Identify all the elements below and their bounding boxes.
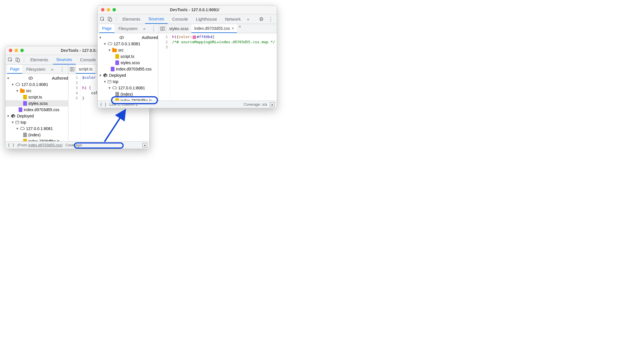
minimize-button[interactable] (107, 8, 110, 11)
line-numbers: 12345 (68, 74, 80, 141)
close-button[interactable] (9, 49, 12, 52)
tree-src-folder[interactable]: ▼src (98, 47, 158, 53)
divider (24, 57, 24, 63)
sub-toolbar: Page Filesystem » ⋮ styles.scss index.d9… (98, 24, 277, 33)
window-title: DevTools - 127.0.0.1:8081/ (116, 7, 273, 12)
tree-file-styles[interactable]: styles.scss (98, 60, 158, 66)
tree-file-script[interactable]: script.ts (5, 94, 68, 100)
tree-top[interactable]: ▼top (5, 119, 68, 125)
main-toolbar: Elements Sources Console Lighthouse Netw… (98, 14, 277, 24)
svg-rect-2 (17, 59, 19, 62)
file-tree: ▼Authored ▼127.0.0.1:8081 ▼src script.ts… (5, 74, 68, 141)
maximize-button[interactable] (112, 8, 116, 11)
subtab-page[interactable]: Page (99, 24, 114, 33)
toggle-navigator-icon[interactable] (68, 65, 76, 74)
titlebar[interactable]: DevTools - 127.0.0.1:8081/ (98, 5, 277, 14)
status-from: (From index.d9703d55.css) (17, 143, 62, 147)
tab-console[interactable]: Console (169, 14, 191, 24)
traffic-lights (101, 8, 116, 11)
source[interactable]: h1{color:#ff69b4} /*# sourceMappingURL=i… (170, 33, 277, 101)
subtab-filesystem[interactable]: Filesystem (116, 24, 141, 33)
file-tab-css[interactable]: index.d9703d55.css× (191, 24, 237, 33)
svg-rect-7 (110, 18, 112, 21)
tab-sources[interactable]: Sources (145, 14, 168, 24)
tree-compiled-js[interactable]: index.7808df6e.js (98, 97, 158, 101)
tree-file-styles[interactable]: styles.scss (5, 100, 68, 107)
devtools-window-2: DevTools - 127.0.0.1:8081/ Elements Sour… (97, 5, 277, 108)
close-tab-icon[interactable]: × (232, 26, 234, 31)
tree-host-deployed[interactable]: ▼127.0.0.1:8081 (98, 85, 158, 91)
status-coverage: Coverage: (66, 143, 83, 147)
file-tree: ▼Authored ▼127.0.0.1:8081 ▼src script.ts… (98, 33, 158, 101)
device-icon[interactable] (15, 57, 21, 63)
maximize-button[interactable] (20, 49, 24, 52)
content: ▼Authored ▼127.0.0.1:8081 ▼src script.ts… (98, 33, 277, 101)
settings-icon[interactable]: ⚙ (257, 16, 265, 22)
tree-file-script[interactable]: script.ts (98, 53, 158, 60)
tree-index[interactable]: (index) (5, 132, 68, 138)
tree-authored[interactable]: ▼Authored (5, 75, 68, 81)
subtab-filesystem[interactable]: Filesystem (23, 65, 48, 74)
tree-top[interactable]: ▼top (98, 78, 158, 85)
file-tab[interactable]: script.ts (76, 65, 95, 74)
minimize-button[interactable] (15, 49, 18, 52)
more-subtabs-icon[interactable]: » (50, 67, 55, 72)
tab-lighthouse[interactable]: Lighthouse (193, 14, 220, 24)
tab-console[interactable]: Console (77, 55, 99, 64)
line-numbers: 123 (158, 33, 170, 101)
inspect-icon[interactable] (99, 16, 106, 22)
tab-elements[interactable]: Elements (119, 14, 144, 24)
tab-sources[interactable]: Sources (53, 55, 76, 64)
source-map-link[interactable]: index.d9703d55.css (28, 143, 62, 147)
close-button[interactable] (101, 8, 104, 11)
eject-icon[interactable]: ▲ (143, 143, 147, 148)
tree-host[interactable]: ▼127.0.0.1:8081 (98, 41, 158, 47)
status-position: Line 1, Column 1 (109, 102, 137, 107)
toggle-navigator-icon[interactable] (159, 24, 166, 33)
code-editor[interactable]: 123 h1{color:#ff69b4} /*# sourceMappingU… (158, 33, 277, 101)
tab-network[interactable]: Network (222, 14, 244, 24)
brackets-icon[interactable]: { } (8, 143, 14, 147)
tree-file-css[interactable]: index.d9703d55.css (5, 107, 68, 113)
eject-icon[interactable]: ▲ (270, 102, 274, 107)
tree-host-deployed[interactable]: ▼127.0.0.1:8081 (5, 125, 68, 132)
more-filetabs-icon[interactable]: » (237, 24, 243, 33)
tree-authored[interactable]: ▼Authored (98, 34, 158, 41)
subtab-page[interactable]: Page (7, 65, 22, 74)
status-bar: { } (From index.d9703d55.css) Coverage: … (5, 141, 149, 149)
tree-index[interactable]: (index) (98, 91, 158, 97)
more-tabs-icon[interactable]: » (245, 17, 251, 21)
more-subtabs-icon[interactable]: » (142, 26, 147, 31)
more-options-icon[interactable]: ⋮ (149, 25, 158, 32)
inspect-icon[interactable] (7, 57, 13, 63)
more-options-icon[interactable]: ⋮ (266, 16, 275, 22)
status-coverage: Coverage: n/a (244, 102, 267, 107)
tab-elements[interactable]: Elements (27, 55, 52, 64)
tree-host[interactable]: ▼127.0.0.1:8081 (5, 81, 68, 88)
traffic-lights (9, 49, 24, 52)
status-bar: { } Line 1, Column 1 Coverage: n/a ▲ (98, 101, 277, 108)
tree-deployed[interactable]: ▼Deployed (98, 72, 158, 78)
device-icon[interactable] (107, 16, 113, 22)
tree-file-css[interactable]: index.d9703d55.css (98, 66, 158, 72)
tree-src-folder[interactable]: ▼src (5, 88, 68, 94)
file-tab-styles[interactable]: styles.scss (166, 24, 191, 33)
more-options-icon[interactable]: ⋮ (58, 66, 66, 72)
color-swatch[interactable] (193, 36, 196, 39)
tree-deployed[interactable]: ▼Deployed (5, 113, 68, 119)
brackets-icon[interactable]: { } (100, 102, 106, 107)
tree-compiled-js[interactable]: index.7808df6e.js (5, 138, 68, 141)
